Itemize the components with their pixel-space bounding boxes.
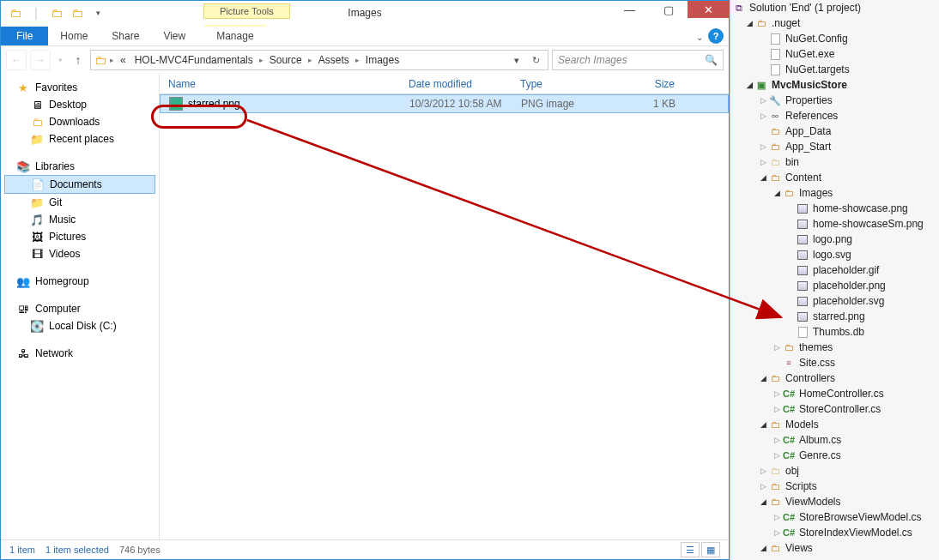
- libraries-group[interactable]: 📚Libraries: [1, 158, 159, 175]
- expand-icon[interactable]: ▷: [758, 96, 768, 105]
- tree-node[interactable]: NuGet.exe: [730, 46, 939, 62]
- nav-documents[interactable]: 📄Documents: [4, 175, 155, 194]
- tree-node[interactable]: home-showcase.png: [730, 201, 939, 216]
- breadcrumb[interactable]: Images: [363, 54, 402, 66]
- chevron-icon[interactable]: ▸: [259, 56, 264, 64]
- details-view-button[interactable]: ☰: [681, 542, 700, 557]
- chevron-icon[interactable]: ▸: [110, 56, 114, 64]
- expand-icon[interactable]: ◢: [758, 173, 768, 182]
- properties-icon[interactable]: 🗀: [47, 3, 66, 22]
- help-button[interactable]: ?: [708, 28, 724, 44]
- tree-node[interactable]: ▷🗀obj: [730, 463, 939, 479]
- manage-tab[interactable]: Manage: [204, 25, 265, 45]
- minimize-button[interactable]: —: [610, 1, 649, 18]
- chevron-icon[interactable]: ▸: [355, 56, 360, 64]
- breadcrumb[interactable]: Assets: [316, 54, 352, 66]
- breadcrumb-ellipsis[interactable]: «: [118, 54, 129, 66]
- expand-icon[interactable]: ▷: [758, 142, 768, 151]
- nav-music[interactable]: 🎵Music: [1, 211, 159, 228]
- nav-videos[interactable]: 🎞Videos: [1, 245, 159, 262]
- col-size[interactable]: Size: [615, 78, 675, 90]
- tree-node[interactable]: NuGet.targets: [730, 62, 939, 77]
- tree-node[interactable]: ◢🗀.nuget: [730, 15, 939, 31]
- expand-icon[interactable]: ▷: [772, 405, 782, 413]
- computer-group[interactable]: 🖳Computer: [1, 300, 159, 317]
- forward-button[interactable]: →: [30, 50, 51, 70]
- tree-node[interactable]: ◢🗀Images: [730, 185, 939, 201]
- tree-node[interactable]: ▷C#Genre.cs: [730, 448, 939, 463]
- tree-node[interactable]: ▷🗀bin: [730, 154, 939, 170]
- tree-node[interactable]: 🗀App_Data: [730, 123, 939, 139]
- expand-icon[interactable]: ▷: [758, 482, 768, 491]
- share-tab[interactable]: Share: [100, 27, 151, 45]
- tree-node[interactable]: ◢▣MvcMusicStore: [730, 77, 939, 93]
- nav-git[interactable]: 📁Git: [1, 194, 159, 211]
- expand-icon[interactable]: ◢: [744, 19, 754, 27]
- refresh-button[interactable]: ↻: [527, 51, 544, 69]
- qat-dropdown-icon[interactable]: ▾: [88, 3, 107, 22]
- tree-node[interactable]: ◢🗀Views: [730, 540, 939, 556]
- history-dropdown-icon[interactable]: ▾: [54, 50, 66, 70]
- col-date[interactable]: Date modified: [409, 78, 520, 90]
- tree-node[interactable]: home-showcaseSm.png: [730, 216, 939, 232]
- file-row[interactable]: starred.png 10/3/2012 10:58 AM PNG image…: [160, 94, 729, 113]
- expand-icon[interactable]: ◢: [744, 81, 754, 89]
- tree-node[interactable]: ▷🗀App_Start: [730, 139, 939, 154]
- expand-icon[interactable]: ◢: [758, 374, 768, 382]
- chevron-icon[interactable]: ▸: [308, 56, 312, 64]
- icons-view-button[interactable]: ▦: [701, 542, 720, 557]
- tree-node[interactable]: ◢🗀Controllers: [730, 370, 939, 386]
- address-dropdown-icon[interactable]: ▾: [508, 51, 525, 69]
- expand-icon[interactable]: ▷: [758, 111, 768, 120]
- close-button[interactable]: ✕: [688, 1, 729, 18]
- search-icon[interactable]: 🔍: [705, 54, 718, 66]
- breadcrumb[interactable]: Source: [267, 54, 305, 66]
- network-group[interactable]: 🖧Network: [1, 345, 159, 362]
- expand-icon[interactable]: ▷: [772, 451, 782, 460]
- tree-node[interactable]: ≡Site.css: [730, 355, 939, 370]
- expand-icon[interactable]: ◢: [758, 544, 768, 552]
- favorites-group[interactable]: ★Favorites: [1, 79, 159, 96]
- maximize-button[interactable]: ▢: [649, 1, 688, 18]
- expand-icon[interactable]: ▷: [772, 389, 782, 398]
- nav-local-disk[interactable]: 💽Local Disk (C:): [1, 317, 159, 334]
- search-input[interactable]: Search Images 🔍: [552, 50, 724, 70]
- breadcrumb-bar[interactable]: 🗀 ▸ « HOL-MVC4Fundamentals ▸ Source ▸ As…: [90, 50, 548, 70]
- nav-downloads[interactable]: 🗀Downloads: [1, 113, 159, 130]
- tree-node[interactable]: placeholder.gif: [730, 262, 939, 278]
- tree-node[interactable]: ▷🗀Scripts: [730, 479, 939, 494]
- tree-node[interactable]: ▷C#StoreIndexViewModel.cs: [730, 525, 939, 540]
- expand-icon[interactable]: ▷: [772, 436, 782, 444]
- col-type[interactable]: Type: [520, 78, 615, 90]
- tree-node[interactable]: ▷C#StoreController.cs: [730, 401, 939, 417]
- tree-node[interactable]: starred.png: [730, 309, 939, 324]
- back-button[interactable]: ←: [6, 50, 27, 70]
- homegroup[interactable]: 👥Homegroup: [1, 273, 159, 290]
- tree-node[interactable]: logo.png: [730, 232, 939, 247]
- expand-icon[interactable]: ▷: [772, 528, 782, 537]
- tree-node[interactable]: Thumbs.db: [730, 324, 939, 340]
- expand-icon[interactable]: ▷: [772, 343, 782, 352]
- tree-node[interactable]: ▷C#StoreBrowseViewModel.cs: [730, 509, 939, 525]
- folder-icon[interactable]: 🗀: [6, 3, 25, 22]
- tree-node[interactable]: ◢🗀Content: [730, 170, 939, 185]
- solution-root[interactable]: ⧉ Solution 'End' (1 project): [730, 0, 939, 15]
- up-button[interactable]: ↑: [70, 53, 87, 67]
- col-name[interactable]: Name: [168, 78, 409, 90]
- expand-icon[interactable]: ▷: [758, 158, 768, 166]
- breadcrumb[interactable]: HOL-MVC4Fundamentals: [132, 54, 256, 66]
- expand-icon[interactable]: ◢: [772, 189, 782, 197]
- tree-node[interactable]: ▷C#Album.cs: [730, 432, 939, 448]
- expand-icon[interactable]: ▷: [772, 513, 782, 521]
- tree-node[interactable]: ▷▫▫References: [730, 108, 939, 123]
- tree-node[interactable]: placeholder.png: [730, 278, 939, 293]
- tree-node[interactable]: ▷🗀themes: [730, 340, 939, 355]
- view-tab[interactable]: View: [151, 27, 197, 45]
- tree-node[interactable]: placeholder.svg: [730, 293, 939, 309]
- tree-node[interactable]: ▷🔧Properties: [730, 93, 939, 108]
- nav-recent[interactable]: 📁Recent places: [1, 130, 159, 148]
- tree-node[interactable]: ◢🗀Models: [730, 417, 939, 432]
- new-folder-icon[interactable]: 🗀: [68, 3, 87, 22]
- expand-icon[interactable]: ◢: [758, 420, 768, 429]
- file-tab[interactable]: File: [1, 27, 48, 45]
